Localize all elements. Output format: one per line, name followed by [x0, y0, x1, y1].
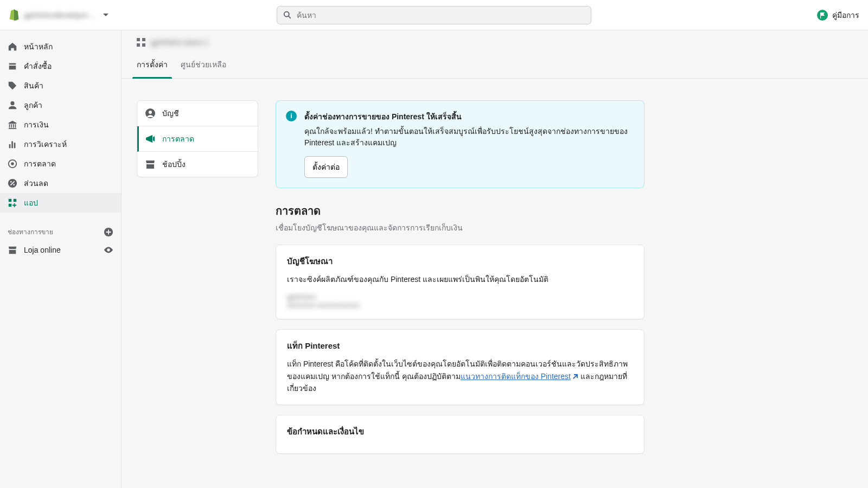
section-title: การตลาด — [276, 202, 644, 220]
apps-grid-icon — [137, 38, 145, 47]
account-name: gpinheiro — [287, 293, 633, 301]
target-icon — [8, 159, 17, 169]
content: gpinheiro-store-1 การตั้งค่า ศูนย์ช่วยเห… — [122, 30, 868, 488]
eye-icon[interactable] — [104, 245, 113, 255]
nav-analytics[interactable]: การวิเคราะห์ — [0, 134, 121, 154]
svg-point-17 — [149, 111, 152, 114]
bank-icon — [8, 120, 17, 130]
person-icon — [8, 100, 17, 110]
banner-description: คุณใกล้จะพร้อมแล้ว! ทำตามขั้นตอนให้เสร็จ… — [304, 126, 634, 149]
nav-products[interactable]: สินค้า — [0, 76, 121, 95]
card-text: แท็ก Pinterest คือโค้ดที่ติดตั้งในเว็บไซ… — [287, 358, 633, 394]
nav-orders[interactable]: คำสั่งซื้อ — [0, 56, 121, 76]
nav-marketing[interactable]: การตลาด — [0, 154, 121, 174]
chevron-down-icon[interactable] — [103, 14, 108, 16]
card-title: บัญชีโฆษณา — [287, 255, 633, 268]
profile-icon — [145, 108, 156, 119]
svg-rect-9 — [14, 199, 16, 202]
store-icon — [145, 159, 156, 170]
store-name[interactable]: gpinheirodevelopm… — [24, 11, 95, 20]
nav-finances[interactable]: การเงิน — [0, 115, 121, 134]
subnav-shopping[interactable]: ช้อปปิ้ง — [137, 152, 258, 177]
channels-heading: ช่องทางการขาย — [0, 222, 121, 241]
nav-home[interactable]: หน้าหลัก — [0, 37, 121, 56]
svg-rect-13 — [142, 38, 145, 41]
section-subtitle: เชื่อมโยงบัญชีโฆษณาของคุณและจัดการการเรี… — [276, 222, 644, 234]
subnav-account[interactable]: บัญชี — [137, 101, 258, 126]
guide-flag-icon[interactable] — [817, 10, 828, 21]
nav-apps[interactable]: แอป — [0, 193, 121, 213]
search-icon — [283, 10, 292, 20]
card-title: ข้อกำหนดและเงื่อนไข — [287, 425, 633, 438]
account-id: xxxxxxxx-xxxxxxxxxxxx — [287, 301, 633, 309]
terms-card: ข้อกำหนดและเงื่อนไข — [276, 415, 644, 454]
svg-point-4 — [11, 162, 14, 165]
apps-icon — [8, 198, 17, 208]
svg-point-7 — [13, 184, 15, 185]
external-link-icon — [572, 374, 578, 380]
tab-help[interactable]: ศูนย์ช่วยเหลือ — [181, 59, 226, 78]
top-bar: gpinheirodevelopm… คู่มือการ — [0, 0, 868, 30]
svg-rect-15 — [142, 43, 145, 47]
search-box[interactable] — [277, 6, 591, 24]
add-channel-icon[interactable] — [104, 227, 113, 237]
banner-title: ตั้งค่าช่องทางการขายของ Pinterest ให้เสร… — [304, 111, 634, 123]
orders-icon — [8, 61, 17, 71]
search-input[interactable] — [292, 11, 585, 20]
tag-icon — [8, 81, 17, 91]
guide-link[interactable]: คู่มือการ — [832, 9, 859, 21]
subnav-marketing[interactable]: การตลาด — [137, 126, 258, 152]
card-text: เราจะซิงค์ผลิตภัณฑ์ของคุณกับ Pinterest แ… — [287, 273, 633, 285]
sidebar: หน้าหลัก คำสั่งซื้อ สินค้า ลูกค้า การเงิ… — [0, 30, 122, 488]
svg-rect-1 — [820, 12, 821, 18]
continue-setup-button[interactable]: ตั้งค่าต่อ — [304, 156, 348, 178]
nav-discounts[interactable]: ส่วนลด — [0, 174, 121, 193]
tag-guidelines-link[interactable]: แนวทางการติดแท็กของ Pinterest — [461, 372, 578, 381]
channel-online-store[interactable]: Loja online — [0, 241, 121, 259]
svg-rect-12 — [137, 38, 140, 41]
bars-icon — [8, 139, 17, 149]
setup-banner: i ตั้งค่าช่องทางการขายของ Pinterest ให้เ… — [276, 100, 644, 188]
svg-rect-14 — [137, 43, 140, 47]
app-name: gpinheiro-store-1 — [151, 38, 208, 47]
megaphone-icon — [145, 133, 156, 144]
shopify-logo — [9, 9, 20, 21]
svg-rect-8 — [9, 199, 11, 202]
tabs: การตั้งค่า ศูนย์ช่วยเหลือ — [122, 47, 868, 79]
settings-subnav: บัญชี การตลาด ช้อปปิ้ง — [137, 100, 258, 177]
pinterest-tag-card: แท็ก Pinterest แท็ก Pinterest คือโค้ดที่… — [276, 329, 644, 404]
percent-icon — [8, 178, 17, 188]
tab-settings[interactable]: การตั้งค่า — [137, 59, 168, 78]
storefront-icon — [8, 245, 17, 255]
svg-point-6 — [10, 181, 12, 183]
svg-point-2 — [10, 101, 14, 105]
svg-rect-10 — [9, 204, 11, 207]
home-icon — [8, 42, 17, 52]
ad-account-card: บัญชีโฆษณา เราจะซิงค์ผลิตภัณฑ์ของคุณกับ … — [276, 245, 644, 319]
card-title: แท็ก Pinterest — [287, 339, 633, 352]
nav-customers[interactable]: ลูกค้า — [0, 95, 121, 115]
info-icon: i — [286, 111, 297, 121]
app-breadcrumb: gpinheiro-store-1 — [137, 38, 853, 47]
